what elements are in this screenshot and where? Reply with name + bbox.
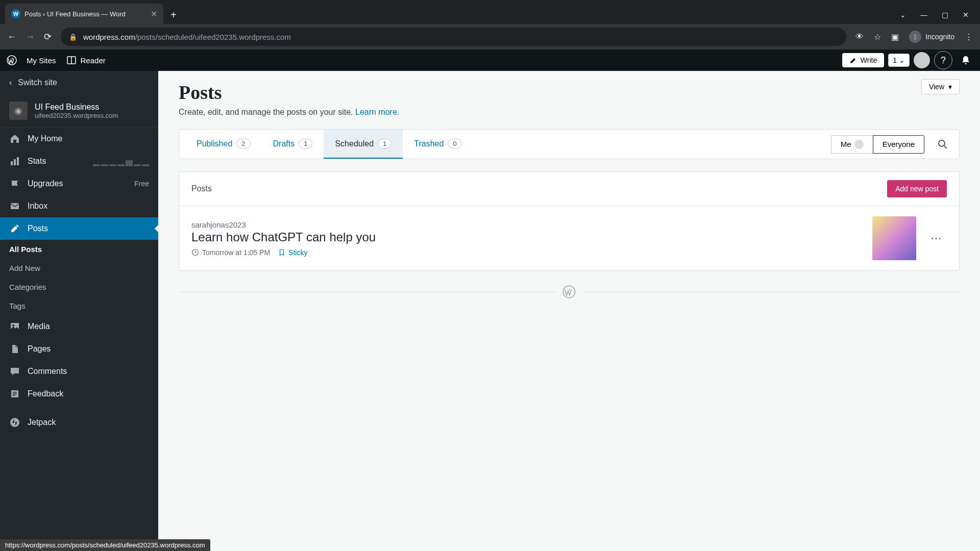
subnav-tags[interactable]: Tags: [0, 296, 158, 315]
sidebar-item-label: Feedback: [28, 389, 63, 398]
view-dropdown[interactable]: View ▾: [921, 79, 960, 94]
url-text: wordpress.com/posts/scheduled/uifeed2023…: [83, 33, 291, 41]
sidebar-item-label: Comments: [28, 367, 67, 376]
extensions-icon[interactable]: ▣: [891, 32, 899, 42]
sidebar-item-label: My Home: [28, 134, 62, 143]
jetpack-icon: [9, 417, 20, 428]
tab-published[interactable]: Published 2: [185, 130, 262, 159]
sidebar-item-label: Pages: [28, 344, 51, 354]
tab-count: 1: [378, 139, 391, 148]
forward-button[interactable]: →: [26, 32, 35, 42]
sidebar-item-home[interactable]: My Home: [0, 128, 158, 150]
subnav-add-new[interactable]: Add New: [0, 259, 158, 278]
learn-more-link[interactable]: Learn more.: [355, 108, 399, 116]
svg-point-11: [939, 140, 945, 146]
window-controls: ⌄ — ▢ ✕: [900, 11, 980, 24]
tab-trashed[interactable]: Trashed 0: [403, 130, 473, 159]
wordpress-logo-icon[interactable]: [5, 54, 18, 67]
author-filter: Me Everyone: [831, 135, 924, 154]
write-label: Write: [861, 56, 877, 64]
browser-tab[interactable]: W Posts ‹ UI Feed Business — Word ✕: [5, 4, 163, 24]
subnav-categories[interactable]: Categories: [0, 278, 158, 296]
sidebar-item-pages[interactable]: Pages: [0, 338, 158, 360]
tabs-dropdown-icon[interactable]: ⌄: [900, 11, 906, 19]
my-sites-link[interactable]: My Sites: [21, 49, 61, 71]
bookmark-icon[interactable]: ☆: [874, 32, 881, 42]
reader-link[interactable]: Reader: [61, 49, 111, 71]
new-tab-button[interactable]: +: [163, 6, 184, 24]
help-button[interactable]: ?: [934, 51, 952, 69]
subnav-all-posts[interactable]: All Posts: [0, 240, 158, 259]
comments-icon: [9, 366, 20, 377]
tab-close-icon[interactable]: ✕: [151, 9, 157, 19]
sidebar-item-inbox[interactable]: Inbox: [0, 195, 158, 217]
caret-down-icon: ▾: [948, 83, 952, 91]
close-window-icon[interactable]: ✕: [963, 11, 969, 19]
posts-icon: [9, 223, 20, 234]
notification-count[interactable]: 1 ⌄: [888, 54, 910, 67]
panel-title: Posts: [191, 184, 212, 193]
sidebar-item-label: Upgrades: [28, 179, 63, 188]
write-button[interactable]: Write: [842, 53, 884, 67]
maximize-icon[interactable]: ▢: [942, 11, 948, 19]
tab-label: Published: [197, 139, 232, 148]
post-date: Tomorrow at 1:05 PM: [202, 248, 270, 257]
minimize-icon[interactable]: —: [920, 11, 927, 19]
incognito-badge[interactable]: 𖠋 Incognito: [909, 31, 954, 43]
tab-title: Posts ‹ UI Feed Business — Word: [24, 10, 146, 18]
sidebar-item-media[interactable]: Media: [0, 315, 158, 338]
lock-icon: 🔒: [69, 33, 77, 41]
post-row[interactable]: sarahjonas2023 Learn how ChatGPT can hel…: [179, 206, 959, 270]
post-thumbnail: [872, 216, 916, 260]
sidebar-item-upgrades[interactable]: Upgrades Free: [0, 172, 158, 195]
footer-divider: [179, 285, 960, 298]
filter-me-button[interactable]: Me: [831, 135, 873, 154]
back-button[interactable]: ←: [7, 32, 16, 42]
pages-icon: [9, 344, 20, 354]
chevron-down-icon: ⌄: [899, 56, 905, 64]
filter-everyone-button[interactable]: Everyone: [873, 135, 924, 154]
wordpress-favicon: W: [11, 9, 20, 18]
sidebar-item-posts[interactable]: Posts: [0, 217, 158, 240]
home-icon: [9, 134, 20, 144]
tab-drafts[interactable]: Drafts 1: [262, 130, 324, 159]
page-description: Create, edit, and manage the posts on yo…: [179, 108, 960, 117]
svg-rect-4: [14, 159, 16, 165]
post-more-button[interactable]: ⋯: [926, 228, 947, 249]
switch-site-link[interactable]: ‹ Switch site: [0, 71, 158, 94]
post-title: Learn how ChatGPT can help you: [191, 230, 862, 244]
tab-count: 2: [236, 139, 250, 148]
sidebar-item-feedback[interactable]: Feedback: [0, 383, 158, 405]
sidebar-item-jetpack[interactable]: Jetpack: [0, 411, 158, 434]
user-avatar[interactable]: [914, 52, 930, 68]
site-card[interactable]: ◉ UI Feed Business uifeed20235.wordpress…: [0, 94, 158, 128]
site-url: uifeed20235.wordpress.com: [35, 112, 118, 119]
svg-rect-5: [17, 157, 19, 165]
reader-label: Reader: [81, 56, 106, 65]
incognito-icon: 𖠋: [909, 31, 921, 43]
tracking-icon[interactable]: 👁: [855, 32, 864, 41]
tab-label: Scheduled: [335, 139, 374, 148]
add-new-post-button[interactable]: Add new post: [887, 180, 947, 197]
sidebar-item-stats[interactable]: Stats: [0, 150, 158, 172]
reload-button[interactable]: ⟳: [44, 31, 52, 42]
search-button[interactable]: [933, 134, 953, 155]
site-icon: ◉: [9, 102, 28, 120]
svg-point-8: [12, 324, 14, 327]
browser-menu-icon[interactable]: ⋮: [965, 32, 973, 42]
pen-icon: [849, 56, 857, 64]
notifications-bell-icon[interactable]: [957, 51, 975, 69]
address-bar[interactable]: 🔒 wordpress.com/posts/scheduled/uifeed20…: [61, 28, 846, 46]
sidebar-item-comments[interactable]: Comments: [0, 360, 158, 383]
search-icon: [938, 139, 948, 149]
filter-label: Me: [841, 140, 851, 148]
site-name: UI Feed Business: [35, 103, 118, 112]
bookmark-icon: [278, 249, 285, 256]
tab-count: 1: [299, 139, 312, 148]
tab-scheduled[interactable]: Scheduled 1: [324, 130, 403, 159]
svg-point-14: [563, 286, 575, 297]
clock-icon: [191, 248, 199, 256]
post-sticky: Sticky: [278, 248, 307, 257]
stats-sparkline: [93, 156, 149, 166]
sidebar-item-label: Jetpack: [28, 418, 56, 427]
